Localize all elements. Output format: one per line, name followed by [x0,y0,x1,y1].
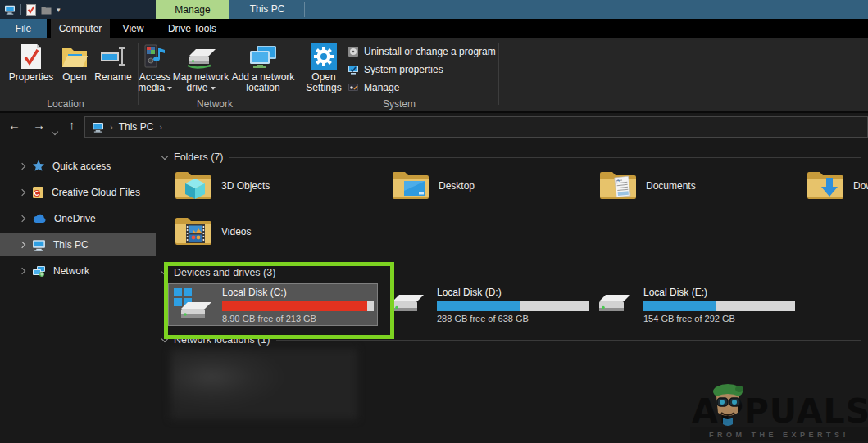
capacity-bar [437,301,589,311]
drives-section-header[interactable]: Devices and drives (3) [162,266,861,279]
quick-access-toolbar: ▾ [0,0,156,19]
watermark-mascot-icon [708,382,751,427]
network-location-icon [248,41,278,72]
collapse-chevron-icon[interactable] [161,335,168,341]
folder-downloads[interactable]: Downloads [807,168,868,210]
quick-access-star-icon [32,160,45,173]
file-explorer-window: ▾ Manage This PC File Computer View Driv… [0,0,868,443]
rename-button[interactable]: Rename [92,41,134,83]
access-media-button[interactable]: Access media [137,41,173,93]
back-icon[interactable]: ← [8,118,20,132]
crumb-separator-icon[interactable]: › [159,122,162,132]
watermark-tagline: FROM THE EXPERTS! [709,431,849,439]
uninstall-program-item[interactable]: Uninstall or change a program [348,44,496,58]
uninstall-icon [348,46,359,57]
3d-objects-folder-icon [175,168,212,201]
documents-folder-icon: A [599,168,637,201]
folders-section-header[interactable]: Folders (7) [162,151,861,164]
properties-icon [20,41,42,72]
expand-chevron-icon[interactable] [19,163,25,170]
tab-file[interactable]: File [0,19,47,38]
system-drive-icon [173,287,212,322]
capacity-bar-fill [222,301,367,311]
creative-cloud-icon [32,186,44,199]
folder-videos[interactable]: Videos [175,214,379,256]
add-network-location-button[interactable]: Add a network location [230,41,296,93]
title-separator [304,2,305,17]
network-section-header[interactable]: Network locations (1) [162,333,861,346]
recent-locations-chevron-icon[interactable] [52,125,58,131]
capacity-bar [643,301,795,311]
drive-local-disk-e[interactable]: Local Disk (E:) 154 GB free of 292 GB [592,283,797,326]
folder-desktop[interactable]: Desktop [392,168,597,210]
section-divider [282,273,861,273]
sidebar-item-network[interactable]: Network [0,260,156,283]
collapse-chevron-icon[interactable] [161,152,168,159]
settings-gear-icon [311,41,337,72]
expand-chevron-icon[interactable] [19,268,25,274]
sidebar-item-onedrive[interactable]: OneDrive [0,207,156,230]
group-label-system: System [358,98,440,110]
desktop-folder-icon [392,168,429,201]
collapse-chevron-icon[interactable] [161,268,168,274]
tab-drive-tools[interactable]: Drive Tools [157,19,228,38]
crumb-separator-icon: › [110,122,113,132]
this-pc-crumb-icon [92,122,104,133]
this-pc-icon [4,5,16,15]
forward-icon[interactable]: → [33,118,45,132]
section-divider [276,340,861,341]
breadcrumb-this-pc[interactable]: This PC [119,121,154,133]
open-settings-button[interactable]: Open Settings [304,41,343,93]
expand-chevron-icon[interactable] [19,189,25,196]
toolbar-separator [66,4,66,15]
up-icon[interactable]: ↑ [69,118,75,132]
manage-contextual-tab[interactable]: Manage [156,0,229,19]
group-separator [498,43,499,105]
watermark: APPUALS FROM THE EXPERTS! [690,386,868,443]
downloads-folder-icon [807,168,844,201]
address-bar[interactable]: › This PC › [84,116,868,138]
drive-icon [596,292,634,318]
customize-qat-chevron-icon[interactable]: ▾ [57,6,61,14]
drive-local-disk-d[interactable]: Local Disk (D:) 288 GB free of 638 GB [385,283,590,326]
sidebar-item-quick-access[interactable]: Quick access [0,155,156,178]
properties-button[interactable]: Properties [5,41,57,83]
section-divider [229,157,861,158]
open-folder-icon [61,41,88,72]
expand-chevron-icon[interactable] [19,215,25,222]
tab-computer[interactable]: Computer [51,19,110,38]
toolbar-separator [20,4,21,15]
redacted-network-location [170,349,357,419]
tab-view[interactable]: View [110,19,157,38]
group-label-network: Network [174,98,256,110]
properties-quick-icon[interactable] [26,4,36,16]
window-title: This PC [229,0,305,19]
network-icon [32,265,46,278]
map-network-drive-button[interactable]: Map network drive [169,41,233,93]
watermark-tagline-bar: FROM THE EXPERTS! [690,427,868,441]
this-pc-icon [32,239,46,251]
onedrive-cloud-icon [32,214,47,224]
sidebar-item-creative-cloud-files[interactable]: Creative Cloud Files [0,181,156,204]
rename-icon [100,41,126,72]
capacity-bar [222,301,374,311]
ribbon-tab-strip: File Computer View Drive Tools [0,19,868,38]
drive-icon [389,292,427,318]
dropdown-caret-icon [211,87,216,90]
ribbon: Properties Open Rename Location Access m… [0,38,868,113]
manage-item[interactable]: Manage [348,80,399,94]
open-button[interactable]: Open [57,41,92,83]
drive-local-disk-c[interactable]: Local Disk (C:) 8.90 GB free of 213 GB [168,283,378,326]
capacity-bar-fill [437,301,520,311]
folder-3d-objects[interactable]: 3D Objects [175,168,379,210]
media-server-icon [142,41,168,72]
sidebar-item-this-pc[interactable]: This PC [0,233,156,256]
expand-chevron-icon[interactable] [19,242,25,248]
new-folder-quick-icon[interactable] [41,5,52,15]
system-properties-item[interactable]: System properties [348,62,443,76]
folder-documents[interactable]: A Documents [599,168,804,210]
group-separator [302,43,302,105]
group-label-location: Location [25,98,107,110]
manage-icon [348,82,359,93]
system-properties-icon [348,64,359,75]
